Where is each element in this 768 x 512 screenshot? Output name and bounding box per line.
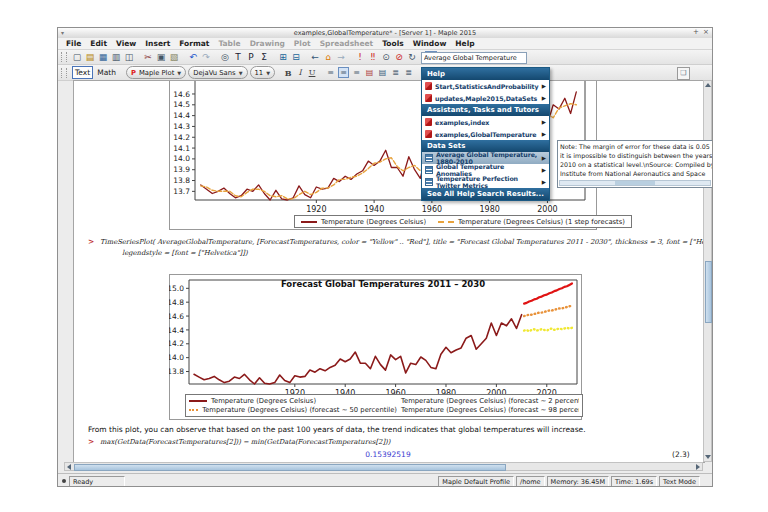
svg-text:Forecast Global Temperatures 2: Forecast Global Temperatures 2011 – 2030	[281, 279, 485, 289]
maple-input-timeseriesplot-line2[interactable]: legendstyle = [font = ["Helvetica"]])	[122, 249, 248, 257]
status-profile: Maple Default Profile	[438, 476, 514, 487]
worksheet-paragraph[interactable]: From this plot, you can observe that bas…	[88, 425, 586, 434]
insert-text-icon[interactable]: T	[232, 51, 244, 63]
submenu-arrow-icon: ▶	[542, 83, 546, 89]
search-result-examples-index[interactable]: examples,index▶	[422, 116, 549, 128]
print-preview-icon[interactable]: ◫	[123, 51, 135, 63]
align-left-icon[interactable]: ≡	[325, 67, 336, 78]
search-result-updates-maple2015-datasets[interactable]: updates,Maple2015,DataSets▶	[422, 92, 549, 104]
toolbar-handle[interactable]	[61, 52, 67, 62]
scroll-left-icon[interactable]	[67, 464, 71, 470]
svg-text:14.0: 14.0	[169, 353, 184, 362]
back-icon[interactable]: ←	[309, 51, 321, 63]
window-title: examples,GlobalTemperature* - [Server 1]…	[294, 29, 476, 37]
menu-window[interactable]: Window	[413, 39, 447, 48]
cut-icon[interactable]: ✂	[142, 51, 154, 63]
interrupt-icon[interactable]: ⊘	[393, 51, 405, 63]
vertical-scrollbar[interactable]	[703, 80, 712, 462]
maple-output-value: 0.15392519	[74, 450, 702, 459]
maple-input-maxmin[interactable]: max(GetData(ForecastTemperatures[2])) − …	[100, 438, 390, 446]
execute-group-icon[interactable]: !	[354, 51, 366, 63]
palette-dock-button[interactable]: ❑	[677, 67, 690, 80]
legend-label: Temperature (Degrees Celsius) (1 step fo…	[458, 218, 625, 226]
dropdown-section-see-all-help-search-results[interactable]: See All Help Search Results...	[422, 188, 549, 200]
svg-text:13.8: 13.8	[169, 367, 184, 376]
search-result-temperature-perfection-twitter-metrics[interactable]: Temperature Perfection Twitter Metrics▶	[422, 176, 549, 188]
print-icon[interactable]: ▥	[110, 51, 122, 63]
search-result-label: examples,GlobalTemperature	[435, 131, 536, 138]
menu-drawing: Drawing	[250, 39, 285, 48]
menu-format[interactable]: Format	[179, 39, 209, 48]
maple-input-timeseriesplot[interactable]: TimeSeriesPlot( AverageGlobalTemperature…	[100, 238, 705, 246]
expand-panel-icon[interactable]	[712, 84, 713, 90]
tooltip-scrollbar[interactable]	[559, 180, 711, 186]
debug-icon[interactable]: ⊙	[380, 51, 392, 63]
status-memory: Memory: 36.45M	[547, 476, 609, 487]
undo-icon[interactable]: ↶	[187, 51, 199, 63]
underline-button[interactable]: U	[307, 68, 317, 77]
tooltip-scrollbar-thumb[interactable]	[615, 181, 655, 185]
font-select[interactable]: DejaVu Sans▼	[188, 66, 247, 79]
insert-code-icon[interactable]: P	[245, 51, 257, 63]
scroll-down-icon[interactable]	[705, 455, 711, 459]
redo-icon[interactable]: ↷	[200, 51, 212, 63]
window-menu-icon[interactable]: ▾	[61, 28, 64, 37]
menu-view[interactable]: View	[116, 39, 136, 48]
worksheet-area[interactable]: 13.713.813.914.014.114.214.314.414.514.6…	[73, 80, 705, 463]
help-search-input[interactable]	[421, 52, 527, 64]
legend-swatch	[189, 400, 207, 402]
bullet-list-icon[interactable]: ≣	[403, 67, 414, 78]
text-mode-toggle[interactable]: Text	[72, 66, 93, 79]
copy-icon[interactable]: ▣	[155, 51, 167, 63]
forward-icon[interactable]: →	[335, 51, 347, 63]
scroll-up-icon[interactable]	[705, 83, 711, 87]
legend-entry: Temperature (Degrees Celsius) (forecast …	[189, 406, 397, 414]
toolbar-handle[interactable]	[61, 68, 67, 78]
open-icon[interactable]: ▤	[84, 51, 96, 63]
align-center-icon[interactable]: ≡	[338, 67, 349, 78]
legend-label: Temperature (Degrees Celsius)	[211, 397, 316, 405]
numbered-list-icon[interactable]: ≣	[390, 67, 401, 78]
insert-math-icon[interactable]: Σ	[258, 51, 270, 63]
search-result-examples-globaltemperature[interactable]: examples,GlobalTemperature▶	[422, 128, 549, 140]
input-prompt: >	[88, 437, 94, 446]
dataset-table-icon	[425, 178, 433, 186]
input-prompt: >	[88, 237, 94, 246]
close-button[interactable]: ×	[702, 28, 710, 37]
horizontal-scrollbar[interactable]	[64, 462, 703, 471]
svg-text:14.4: 14.4	[169, 326, 184, 335]
paste-icon[interactable]: ▧	[168, 51, 180, 63]
bold-button[interactable]: B	[283, 68, 293, 78]
legend-label: Temperature (Degrees Celsius) (forecast …	[202, 406, 397, 414]
horizontal-scrollbar-thumb[interactable]	[74, 464, 506, 471]
italic-button[interactable]: I	[295, 68, 305, 77]
svg-text:13.7: 13.7	[173, 187, 190, 196]
new-icon[interactable]: ▢	[71, 51, 83, 63]
insert-section-icon[interactable]: ▤	[364, 67, 375, 78]
save-icon[interactable]: ▦	[97, 51, 109, 63]
scroll-right-icon[interactable]	[696, 464, 700, 470]
menu-help[interactable]: Help	[455, 39, 474, 48]
edit-table-icon[interactable]: ⊟	[290, 51, 302, 63]
vertical-scrollbar-thumb[interactable]	[705, 261, 712, 323]
chart2-legend: Temperature (Degrees Celsius)Temperature…	[185, 394, 583, 417]
menu-file[interactable]: File	[66, 39, 81, 48]
style-select[interactable]: P Maple Plot▼	[126, 66, 186, 79]
restart-icon[interactable]: ↻	[406, 51, 418, 63]
font-size-select[interactable]: 11▼	[250, 66, 276, 79]
home-icon[interactable]: ⌂	[322, 51, 334, 63]
math-mode-toggle[interactable]: Math	[95, 67, 118, 78]
dropdown-section-assistants-tasks-and-tutors[interactable]: Assistants, Tasks and Tutors	[422, 104, 549, 116]
align-right-icon[interactable]: ≡	[351, 67, 362, 78]
search-result-start-statisticsandprobability[interactable]: Start,StatisticsAndProbability▶	[422, 80, 549, 92]
remove-section-icon[interactable]: ▤	[377, 67, 388, 78]
execute-all-icon[interactable]: ‼	[367, 51, 379, 63]
insert-table-icon[interactable]: ⊞	[277, 51, 289, 63]
dropdown-section-help[interactable]: Help	[422, 68, 549, 80]
menu-tools[interactable]: Tools	[382, 39, 403, 48]
expand-panel-icon[interactable]	[712, 94, 713, 100]
maximize-button[interactable]: +	[692, 28, 700, 37]
find-icon[interactable]: ◎	[219, 51, 231, 63]
menu-edit[interactable]: Edit	[90, 39, 107, 48]
menu-insert[interactable]: Insert	[145, 39, 170, 48]
